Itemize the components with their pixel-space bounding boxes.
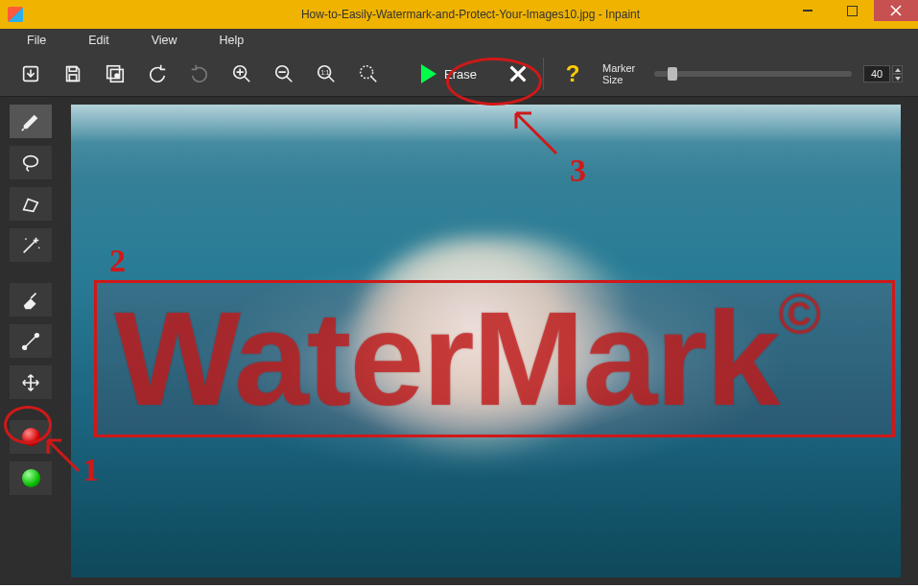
watermark-text: WaterMark© bbox=[114, 281, 819, 436]
lasso-tool[interactable] bbox=[10, 146, 52, 179]
menu-view[interactable]: View bbox=[130, 30, 199, 51]
app-icon bbox=[8, 7, 23, 22]
cancel-button[interactable] bbox=[497, 54, 539, 94]
open-button[interactable] bbox=[10, 54, 52, 94]
green-dot-icon bbox=[22, 469, 40, 487]
svg-point-5 bbox=[115, 74, 119, 78]
slider-knob[interactable] bbox=[668, 67, 677, 81]
svg-rect-2 bbox=[69, 75, 76, 81]
removal-mask-tool[interactable] bbox=[10, 420, 52, 454]
move-tool[interactable] bbox=[10, 365, 52, 399]
workspace: WaterMark© 2 3 1 bbox=[0, 97, 918, 585]
window-buttons bbox=[786, 0, 918, 21]
window-title: How-to-Easily-Watermark-and-Protect-Your… bbox=[23, 8, 918, 21]
svg-text:1:1: 1:1 bbox=[321, 69, 330, 76]
tool-panel bbox=[10, 105, 52, 495]
menu-edit[interactable]: Edit bbox=[67, 30, 130, 51]
magic-wand-tool[interactable] bbox=[10, 228, 52, 262]
redo-button[interactable] bbox=[178, 54, 221, 94]
canvas[interactable]: WaterMark© 2 3 bbox=[71, 105, 901, 577]
line-tool[interactable] bbox=[10, 324, 52, 358]
main-toolbar: 1:1 Erase ? Marker Size 40 bbox=[0, 52, 918, 97]
red-dot-icon bbox=[22, 428, 40, 446]
play-icon bbox=[421, 64, 436, 83]
help-button[interactable]: ? bbox=[553, 60, 593, 87]
marker-size-step-down[interactable] bbox=[892, 74, 903, 82]
undo-button[interactable] bbox=[136, 54, 178, 94]
selection-rectangle: WaterMark© bbox=[94, 280, 895, 437]
maximize-button[interactable] bbox=[830, 0, 874, 21]
menu-help[interactable]: Help bbox=[199, 30, 266, 51]
close-button[interactable] bbox=[874, 0, 918, 21]
eraser-tool[interactable] bbox=[10, 283, 52, 317]
svg-rect-1 bbox=[69, 67, 76, 72]
window-titlebar: How-to-Easily-Watermark-and-Protect-Your… bbox=[0, 0, 918, 29]
minimize-button[interactable] bbox=[786, 0, 830, 21]
marker-size-slider[interactable] bbox=[654, 71, 852, 77]
erase-button[interactable]: Erase bbox=[401, 54, 497, 94]
menu-bar: File Edit View Help bbox=[0, 29, 918, 52]
donor-mask-tool[interactable] bbox=[10, 461, 52, 495]
save-button[interactable] bbox=[52, 54, 94, 94]
marker-size-label: Marker Size bbox=[602, 62, 635, 85]
zoom-out-button[interactable] bbox=[263, 54, 305, 94]
zoom-fit-button[interactable] bbox=[347, 54, 389, 94]
polygon-tool[interactable] bbox=[10, 187, 52, 221]
preview-button[interactable] bbox=[94, 54, 136, 94]
menu-file[interactable]: File bbox=[6, 30, 67, 51]
svg-point-11 bbox=[24, 155, 38, 166]
erase-label: Erase bbox=[444, 67, 477, 82]
marker-size-value[interactable]: 40 bbox=[863, 65, 890, 82]
svg-point-10 bbox=[361, 66, 373, 79]
marker-size-step-up[interactable] bbox=[892, 65, 903, 74]
zoom-in-button[interactable] bbox=[221, 54, 263, 94]
marker-tool[interactable] bbox=[10, 105, 52, 138]
zoom-actual-button[interactable]: 1:1 bbox=[305, 54, 347, 94]
